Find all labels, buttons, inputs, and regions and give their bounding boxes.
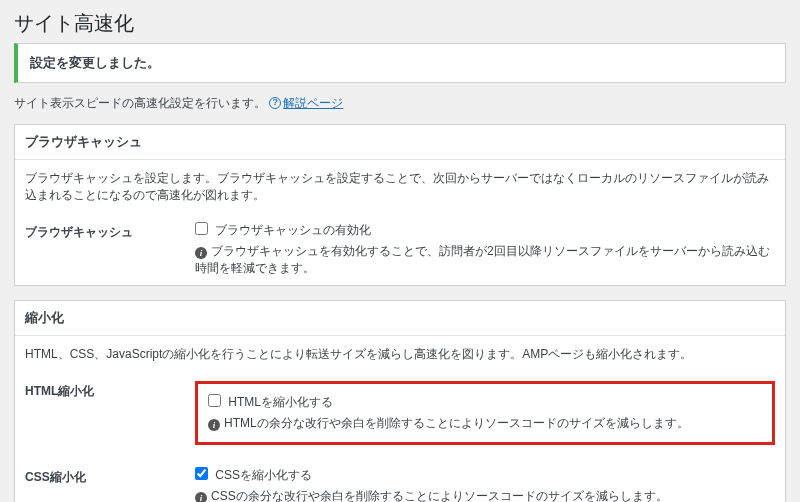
info-icon: i bbox=[195, 492, 207, 502]
row-html-minify: HTML縮小化 HTMLを縮小化する iHTMLの余分な改行や余白を削除すること… bbox=[15, 373, 785, 459]
row-content-html-minify: HTMLを縮小化する iHTMLの余分な改行や余白を削除することによりソースコー… bbox=[195, 381, 775, 451]
page-title: サイト高速化 bbox=[14, 10, 786, 37]
browser-cache-checkbox[interactable] bbox=[195, 222, 208, 235]
html-minify-checkbox-text: HTMLを縮小化する bbox=[228, 395, 333, 409]
row-label-css-minify: CSS縮小化 bbox=[25, 467, 195, 486]
success-notice: 設定を変更しました。 bbox=[14, 43, 786, 83]
row-label-html-minify: HTML縮小化 bbox=[25, 381, 195, 400]
css-minify-checkbox-label[interactable]: CSSを縮小化する bbox=[195, 468, 312, 482]
css-minify-hint: iCSSの余分な改行や余白を削除することによりソースコードのサイズを減らします。 bbox=[195, 488, 775, 502]
browser-cache-checkbox-text: ブラウザキャッシュの有効化 bbox=[215, 223, 371, 237]
info-icon: i bbox=[195, 247, 207, 259]
browser-cache-desc: ブラウザキャッシュを設定します。ブラウザキャッシュを設定することで、次回からサー… bbox=[15, 160, 785, 214]
row-label-browser-cache: ブラウザキャッシュ bbox=[25, 222, 195, 241]
page-header: サイト高速化 bbox=[0, 0, 800, 43]
browser-cache-hint: iブラウザキャッシュを有効化することで、訪問者が2回目以降リソースファイルをサー… bbox=[195, 243, 775, 277]
help-link-label: 解説ページ bbox=[283, 96, 343, 110]
intro-row: サイト表示スピードの高速化設定を行います。 解説ページ bbox=[0, 93, 800, 124]
section-minify: 縮小化 HTML、CSS、JavaScriptの縮小化を行うことにより転送サイズ… bbox=[14, 300, 786, 502]
css-minify-checkbox[interactable] bbox=[195, 467, 208, 480]
browser-cache-checkbox-label[interactable]: ブラウザキャッシュの有効化 bbox=[195, 223, 371, 237]
html-minify-checkbox-label[interactable]: HTMLを縮小化する bbox=[208, 395, 333, 409]
minify-desc: HTML、CSS、JavaScriptの縮小化を行うことにより転送サイズを減らし… bbox=[15, 336, 785, 373]
row-browser-cache: ブラウザキャッシュ ブラウザキャッシュの有効化 iブラウザキャッシュを有効化する… bbox=[15, 214, 785, 285]
section-heading-minify: 縮小化 bbox=[15, 301, 785, 336]
html-minify-highlight: HTMLを縮小化する iHTMLの余分な改行や余白を削除することによりソースコー… bbox=[195, 381, 775, 445]
html-minify-checkbox[interactable] bbox=[208, 394, 221, 407]
notice-text: 設定を変更しました。 bbox=[30, 55, 160, 70]
row-content-browser-cache: ブラウザキャッシュの有効化 iブラウザキャッシュを有効化することで、訪問者が2回… bbox=[195, 222, 775, 277]
info-icon: i bbox=[208, 419, 220, 431]
row-css-minify: CSS縮小化 CSSを縮小化する iCSSの余分な改行や余白を削除することにより… bbox=[15, 459, 785, 502]
section-heading-browser-cache: ブラウザキャッシュ bbox=[15, 125, 785, 160]
help-link[interactable]: 解説ページ bbox=[269, 96, 343, 110]
css-minify-checkbox-text: CSSを縮小化する bbox=[215, 468, 312, 482]
help-icon bbox=[269, 97, 281, 109]
html-minify-hint: iHTMLの余分な改行や余白を削除することによりソースコードのサイズを減らします… bbox=[208, 415, 762, 432]
intro-text: サイト表示スピードの高速化設定を行います。 bbox=[14, 96, 266, 110]
row-content-css-minify: CSSを縮小化する iCSSの余分な改行や余白を削除することによりソースコードの… bbox=[195, 467, 775, 502]
section-browser-cache: ブラウザキャッシュ ブラウザキャッシュを設定します。ブラウザキャッシュを設定する… bbox=[14, 124, 786, 286]
